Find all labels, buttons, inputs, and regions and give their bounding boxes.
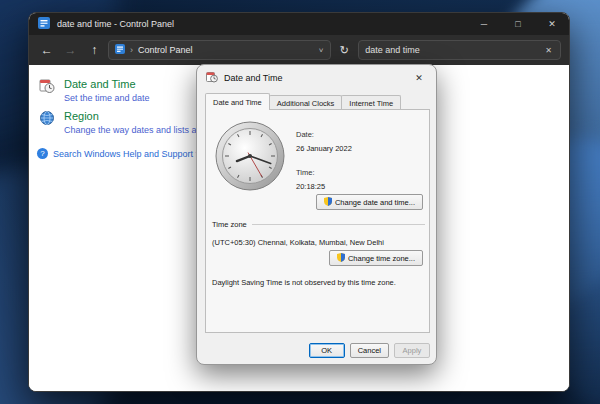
refresh-icon[interactable]: ↻ (335, 40, 355, 60)
dst-note: Daylight Saving Time is not observed by … (212, 278, 428, 287)
clear-search-icon[interactable]: ✕ (543, 46, 554, 55)
change-time-zone-button[interactable]: Change time zone... (329, 250, 423, 266)
tab-date-and-time[interactable]: Date and Time (205, 93, 270, 110)
tab-page-date-and-time: Date: 26 January 2022 Time: 20:18:25 Cha… (205, 109, 430, 333)
time-value: 20:18:25 (296, 182, 325, 191)
control-panel-icon (38, 15, 50, 33)
date-time-dialog-icon (206, 71, 218, 85)
tab-additional-clocks[interactable]: Additional Clocks (269, 95, 343, 110)
result-date-and-time: Date and Time Set the time and date (39, 78, 150, 103)
window-controls: ─ □ ✕ (467, 13, 569, 35)
desktop-wallpaper: date and time - Control Panel ─ □ ✕ ← → … (0, 0, 600, 404)
search-box[interactable]: ✕ (358, 40, 561, 60)
help-icon: ? (37, 148, 48, 159)
search-input[interactable] (365, 45, 543, 55)
date-time-dialog: Date and Time ✕ Date and Time Additional… (196, 64, 437, 365)
date-and-time-link[interactable]: Date and Time (64, 78, 150, 90)
time-zone-group-label: Time zone (212, 220, 247, 229)
dialog-tabs: Date and Time Additional Clocks Internet… (205, 93, 400, 110)
dialog-title: Date and Time (224, 73, 283, 83)
address-bar[interactable]: › Control Panel ˅ (108, 40, 331, 60)
time-zone-group: Time zone (212, 220, 425, 229)
up-button[interactable]: ↑ (84, 40, 104, 60)
forward-button[interactable]: → (61, 40, 81, 60)
dialog-footer: OK Cancel Apply (309, 343, 430, 358)
address-dropdown-icon[interactable]: ˅ (319, 46, 324, 55)
close-button[interactable]: ✕ (535, 13, 569, 35)
maximize-button[interactable]: □ (501, 13, 535, 35)
change-date-time-button[interactable]: Change date and time... (316, 194, 423, 210)
control-panel-icon-small (115, 44, 125, 56)
uac-shield-icon (324, 197, 332, 208)
minimize-button[interactable]: ─ (467, 13, 501, 35)
breadcrumb-chevron-icon: › (130, 45, 133, 55)
dialog-title-bar: Date and Time ✕ (197, 65, 436, 91)
date-label: Date: (296, 130, 314, 139)
date-value: 26 January 2022 (296, 144, 352, 153)
uac-shield-icon (337, 253, 345, 264)
analog-clock (214, 120, 286, 194)
set-time-and-date-link[interactable]: Set the time and date (64, 93, 150, 103)
navigation-bar: ← → ↑ › Control Panel ˅ ↻ ✕ (29, 35, 569, 65)
time-label: Time: (296, 168, 314, 177)
breadcrumb-control-panel[interactable]: Control Panel (138, 45, 193, 55)
dialog-close-button[interactable]: ✕ (402, 65, 436, 91)
cancel-button[interactable]: Cancel (350, 343, 389, 358)
title-bar: date and time - Control Panel ─ □ ✕ (29, 13, 569, 35)
apply-button: Apply (394, 343, 430, 358)
ok-button[interactable]: OK (309, 343, 345, 358)
window-title: date and time - Control Panel (57, 19, 174, 29)
change-time-zone-label: Change time zone... (348, 254, 415, 263)
time-zone-value: (UTC+05:30) Chennai, Kolkata, Mumbai, Ne… (212, 238, 426, 247)
change-date-time-label: Change date and time... (335, 198, 415, 207)
group-separator-line (252, 224, 425, 225)
region-globe-icon (39, 110, 55, 135)
date-time-applet-icon (39, 78, 55, 103)
back-button[interactable]: ← (37, 40, 57, 60)
tab-internet-time[interactable]: Internet Time (341, 95, 401, 110)
